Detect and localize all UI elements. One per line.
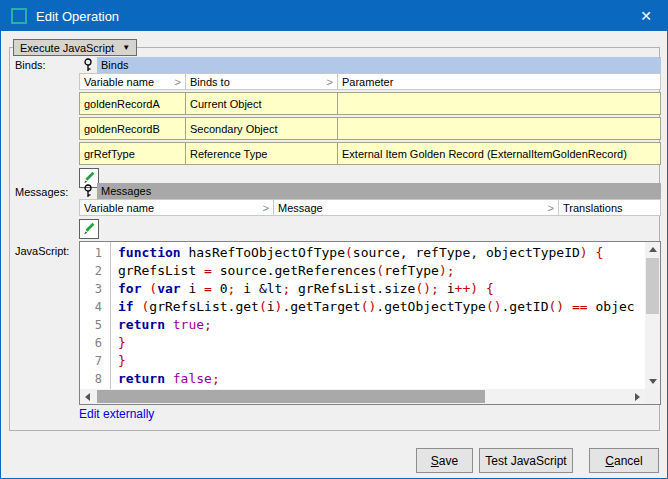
column-header-label: Parameter bbox=[342, 76, 393, 88]
sort-indicator-icon: > bbox=[327, 76, 333, 88]
column-header-label: Variable name bbox=[84, 202, 154, 214]
table-cell: Reference Type bbox=[186, 142, 338, 165]
binds-rows: goldenRecordACurrent ObjectgoldenRecordB… bbox=[79, 92, 661, 165]
scrollbar-corner bbox=[645, 389, 660, 404]
column-header-cell[interactable]: Parameter bbox=[338, 73, 661, 90]
operation-type-value: Execute JavaScript bbox=[20, 42, 114, 54]
messages-column-header: Variable name>Message>Translations bbox=[79, 199, 661, 216]
save-button[interactable]: Save bbox=[416, 448, 473, 473]
edit-messages-button[interactable] bbox=[79, 219, 99, 239]
table-cell: grRefType bbox=[79, 142, 186, 165]
binds-label: Binds: bbox=[15, 59, 46, 71]
line-number: 2 bbox=[80, 262, 109, 280]
column-header-cell[interactable]: Translations bbox=[559, 199, 661, 216]
table-row[interactable]: goldenRecordBSecondary Object bbox=[79, 117, 661, 140]
table-cell bbox=[338, 117, 661, 140]
scroll-up-button[interactable] bbox=[645, 242, 660, 257]
table-cell: goldenRecordA bbox=[79, 92, 186, 115]
table-cell: goldenRecordB bbox=[79, 117, 186, 140]
test-javascript-button[interactable]: Test JavaScript bbox=[479, 448, 573, 473]
messages-sheet-title: Messages bbox=[97, 183, 661, 199]
close-button[interactable]: ✕ bbox=[635, 5, 657, 27]
table-row[interactable]: goldenRecordACurrent Object bbox=[79, 92, 661, 115]
line-number: 1 bbox=[80, 244, 109, 262]
line-number: 7 bbox=[80, 352, 109, 370]
messages-sheet-header: Messages bbox=[79, 183, 661, 199]
column-header-label: Message bbox=[278, 202, 323, 214]
operation-type-dropdown[interactable]: Execute JavaScript ▼ bbox=[13, 39, 137, 56]
code-line: 6} bbox=[80, 334, 645, 352]
gutter-divider bbox=[110, 242, 111, 389]
column-header-label: Binds to bbox=[190, 76, 230, 88]
column-header-label: Translations bbox=[563, 202, 623, 214]
edit-externally-link[interactable]: Edit externally bbox=[79, 407, 154, 421]
vscroll-thumb[interactable] bbox=[646, 258, 659, 314]
line-number: 5 bbox=[80, 316, 109, 334]
pin-icon bbox=[79, 183, 97, 199]
code-line: 2grRefsList = source.getReferences(refTy… bbox=[80, 262, 645, 280]
table-cell: Secondary Object bbox=[186, 117, 338, 140]
table-row[interactable]: grRefTypeReference TypeExternal Item Gol… bbox=[79, 142, 661, 165]
sort-indicator-icon: > bbox=[263, 202, 269, 214]
app-icon bbox=[11, 8, 27, 24]
column-header-cell[interactable]: Message> bbox=[274, 199, 559, 216]
binds-table: Binds Variable name>Binds to>Parameter g… bbox=[79, 57, 661, 188]
line-number: 6 bbox=[80, 334, 109, 352]
scroll-right-button[interactable] bbox=[630, 389, 645, 404]
table-cell: External Item Golden Record (ExternalIte… bbox=[338, 142, 661, 165]
binds-column-header: Variable name>Binds to>Parameter bbox=[79, 73, 661, 90]
table-cell bbox=[338, 92, 661, 115]
scroll-left-button[interactable] bbox=[80, 389, 95, 404]
code-line: 7} bbox=[80, 352, 645, 370]
hscroll-thumb[interactable] bbox=[97, 390, 485, 403]
javascript-editor[interactable]: 1function hasRefToObjectOfType(source, r… bbox=[79, 241, 661, 405]
line-number: 4 bbox=[80, 298, 109, 316]
binds-sheet-title: Binds bbox=[97, 57, 661, 73]
table-cell: Current Object bbox=[186, 92, 338, 115]
javascript-label: JavaScript: bbox=[15, 245, 69, 257]
code-line: 5return true; bbox=[80, 316, 645, 334]
code-area[interactable]: 1function hasRefToObjectOfType(source, r… bbox=[80, 242, 645, 389]
edit-operation-dialog: Edit Operation ✕ Execute JavaScript ▼ Bi… bbox=[0, 0, 668, 479]
sort-indicator-icon: > bbox=[175, 76, 181, 88]
pin-icon bbox=[79, 57, 97, 73]
cancel-button[interactable]: Cancel bbox=[589, 448, 659, 473]
column-header-label: Variable name bbox=[84, 76, 154, 88]
messages-table: Messages Variable name>Message>Translati… bbox=[79, 183, 661, 239]
editor-vscrollbar[interactable] bbox=[645, 242, 660, 389]
code-line: 4if (grRefsList.get(i).getTarget().getOb… bbox=[80, 298, 645, 316]
close-icon: ✕ bbox=[640, 8, 652, 24]
code-line: 8return false; bbox=[80, 370, 645, 388]
messages-label: Messages: bbox=[15, 186, 68, 198]
title-bar: Edit Operation ✕ bbox=[1, 1, 667, 31]
line-number: 3 bbox=[80, 280, 109, 298]
scroll-down-button[interactable] bbox=[645, 374, 660, 389]
window-title: Edit Operation bbox=[36, 9, 635, 24]
column-header-cell[interactable]: Variable name> bbox=[79, 73, 186, 90]
column-header-cell[interactable]: Variable name> bbox=[79, 199, 274, 216]
binds-sheet-header: Binds bbox=[79, 57, 661, 73]
line-number: 8 bbox=[80, 370, 109, 388]
dropdown-arrow-icon: ▼ bbox=[122, 44, 130, 52]
edit-pencil-icon bbox=[82, 222, 96, 236]
sort-indicator-icon: > bbox=[548, 202, 554, 214]
editor-hscrollbar[interactable] bbox=[80, 389, 645, 404]
code-line: 3for (var i = 0; i &lt; grRefsList.size(… bbox=[80, 280, 645, 298]
code-line: 1function hasRefToObjectOfType(source, r… bbox=[80, 244, 645, 262]
column-header-cell[interactable]: Binds to> bbox=[186, 73, 338, 90]
